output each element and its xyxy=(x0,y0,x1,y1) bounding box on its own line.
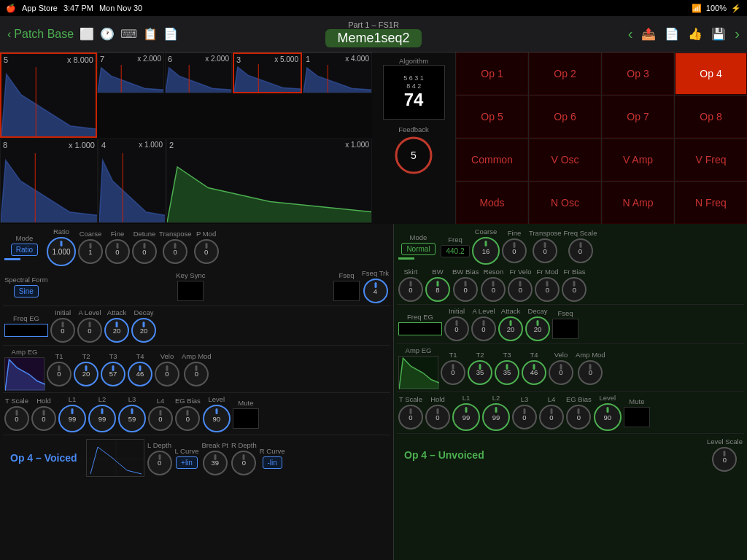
keyboard-icon[interactable]: ⌨ xyxy=(120,27,137,41)
r-curve-btn[interactable]: -lin xyxy=(263,456,282,469)
env-box-4[interactable]: 4 x 1.000 xyxy=(98,139,166,223)
ufine-knob[interactable]: 0 xyxy=(502,238,527,263)
ueg-bias-knob[interactable]: 0 xyxy=(566,405,591,429)
uhold-knob[interactable]: 0 xyxy=(425,405,450,429)
transpose-knob[interactable]: 0 xyxy=(163,239,187,264)
op-cell-3[interactable]: Op 3 xyxy=(602,52,674,95)
fseq-trk-knob[interactable]: 4 xyxy=(363,279,388,303)
window-icon[interactable]: ⬜ xyxy=(80,27,94,41)
op-cell-mods[interactable]: Mods xyxy=(456,182,528,224)
patch-name[interactable]: Meme1seq2 xyxy=(325,29,421,47)
op-cell-6[interactable]: Op 6 xyxy=(529,96,601,138)
op-cell-7[interactable]: Op 7 xyxy=(602,96,674,138)
l-depth-knob[interactable]: 0 xyxy=(147,451,172,475)
ul1-knob[interactable]: 99 xyxy=(452,403,480,431)
break-pt-knob[interactable]: 39 xyxy=(203,451,228,475)
feq-attack-knob[interactable]: 20 xyxy=(104,318,129,343)
l4-knob[interactable]: 0 xyxy=(148,406,173,431)
feedback-knob[interactable]: 5 xyxy=(393,135,434,176)
paste-icon[interactable]: 📄 xyxy=(163,27,178,41)
thumbsup-icon[interactable]: 👍 xyxy=(688,27,703,41)
amp-t1-knob[interactable]: 0 xyxy=(47,362,71,386)
copy-icon[interactable]: 📋 xyxy=(143,27,158,41)
op-cell-nosc[interactable]: N Osc xyxy=(529,182,601,224)
amp-mod-knob[interactable]: 0 xyxy=(184,362,209,386)
ufeq-alevel-knob[interactable]: 0 xyxy=(471,316,496,341)
env-box-6[interactable]: 6 x 2.000 xyxy=(165,52,232,93)
utranspose-knob[interactable]: 0 xyxy=(533,238,557,263)
eg-bias-knob[interactable]: 0 xyxy=(175,406,200,431)
env-box-5[interactable]: 5 x 8.000 xyxy=(0,52,97,138)
mute-checkbox[interactable] xyxy=(233,408,259,429)
ufeq-attack-knob[interactable]: 20 xyxy=(498,316,523,341)
ucoarse-knob[interactable]: 16 xyxy=(472,237,500,265)
ulevelscale-knob[interactable]: 0 xyxy=(712,447,737,472)
detune-knob[interactable]: 0 xyxy=(132,239,157,264)
l1-knob[interactable]: 99 xyxy=(58,405,86,432)
uamp-t4-knob[interactable]: 46 xyxy=(522,360,546,385)
amp-velo-knob[interactable]: 0 xyxy=(155,362,179,386)
fseq-checkbox[interactable] xyxy=(333,281,360,301)
level-knob[interactable]: 90 xyxy=(203,405,231,432)
feq-alevel-knob[interactable]: 0 xyxy=(77,318,102,343)
pmod-knob[interactable]: 0 xyxy=(194,239,219,264)
prev-arrow[interactable]: ‹ xyxy=(628,26,633,42)
ul4-knob[interactable]: 0 xyxy=(539,405,564,429)
uamp-t1-knob[interactable]: 0 xyxy=(441,360,465,385)
umode-button[interactable]: Normal xyxy=(401,243,435,255)
env-box-2[interactable]: 2 x 1.000 xyxy=(166,139,372,223)
ureson-knob[interactable]: 0 xyxy=(481,277,506,302)
ufeq-initial-knob[interactable]: 0 xyxy=(444,316,469,341)
amp-t4-knob[interactable]: 46 xyxy=(128,362,152,386)
ufrvelo-knob[interactable]: 0 xyxy=(508,277,533,302)
back-button[interactable]: ‹ Patch Base xyxy=(7,28,74,41)
amp-t3-knob[interactable]: 57 xyxy=(101,362,125,386)
uamp-velo-knob[interactable]: 0 xyxy=(549,360,573,385)
op-cell-vosc[interactable]: V Osc xyxy=(529,139,601,181)
op-cell-8[interactable]: Op 8 xyxy=(675,96,747,138)
env-box-3[interactable]: 3 x 5.000 xyxy=(233,52,302,93)
op-cell-vamp[interactable]: V Amp xyxy=(602,139,674,181)
tscale-knob[interactable]: 0 xyxy=(4,406,29,431)
share-icon[interactable]: 📤 xyxy=(641,27,656,41)
ratio-knob[interactable]: 1.000 xyxy=(47,237,76,266)
op-cell-1[interactable]: Op 1 xyxy=(456,52,528,95)
ubwbias-knob[interactable]: 0 xyxy=(453,277,478,302)
op-cell-4[interactable]: Op 4 xyxy=(675,52,747,95)
ul3-knob[interactable]: 0 xyxy=(512,405,537,429)
op-cell-2[interactable]: Op 2 xyxy=(529,52,601,95)
ufrmod-knob[interactable]: 0 xyxy=(535,277,560,302)
ubw-knob[interactable]: 8 xyxy=(425,277,450,302)
key-sync-checkbox[interactable] xyxy=(177,281,204,301)
op-cell-namp[interactable]: N Amp xyxy=(602,182,674,224)
env-box-8[interactable]: 8 x 1.000 xyxy=(0,139,98,223)
next-arrow[interactable]: › xyxy=(735,26,740,42)
env-box-1[interactable]: 1 x 4.000 xyxy=(303,52,372,93)
uamp-t3-knob[interactable]: 35 xyxy=(495,360,519,385)
umute-checkbox[interactable] xyxy=(624,407,650,427)
utscale-knob[interactable]: 0 xyxy=(398,405,423,429)
amp-t2-knob[interactable]: 20 xyxy=(74,362,98,386)
op-cell-5[interactable]: Op 5 xyxy=(456,96,528,138)
spectral-form-button[interactable]: Sine xyxy=(14,285,39,298)
uskirt-knob[interactable]: 0 xyxy=(398,277,423,302)
op-cell-nfreq[interactable]: N Freq xyxy=(675,182,747,224)
l-curve-btn[interactable]: +lin xyxy=(176,456,198,469)
ul2-knob[interactable]: 99 xyxy=(482,403,510,431)
ufeq-decay-knob[interactable]: 20 xyxy=(525,316,550,341)
history-icon[interactable]: 🕐 xyxy=(100,27,115,41)
uamp-mod-knob[interactable]: 0 xyxy=(578,360,603,385)
ulevel-knob[interactable]: 90 xyxy=(594,403,622,431)
hold-knob[interactable]: 0 xyxy=(31,406,56,431)
feq-decay-knob[interactable]: 20 xyxy=(131,318,156,343)
document-icon[interactable]: 📄 xyxy=(665,27,679,41)
env-box-7[interactable]: 7 x 2.000 xyxy=(97,52,164,93)
op-cell-vfreq[interactable]: V Freq xyxy=(675,139,747,181)
uamp-t2-knob[interactable]: 35 xyxy=(468,360,492,385)
ufrbias-knob[interactable]: 0 xyxy=(562,277,587,302)
l3-knob[interactable]: 59 xyxy=(118,405,146,432)
coarse-knob[interactable]: 1 xyxy=(78,239,103,264)
fine-knob[interactable]: 0 xyxy=(105,239,130,264)
save-icon[interactable]: 💾 xyxy=(711,27,726,41)
l2-knob[interactable]: 99 xyxy=(88,405,116,432)
